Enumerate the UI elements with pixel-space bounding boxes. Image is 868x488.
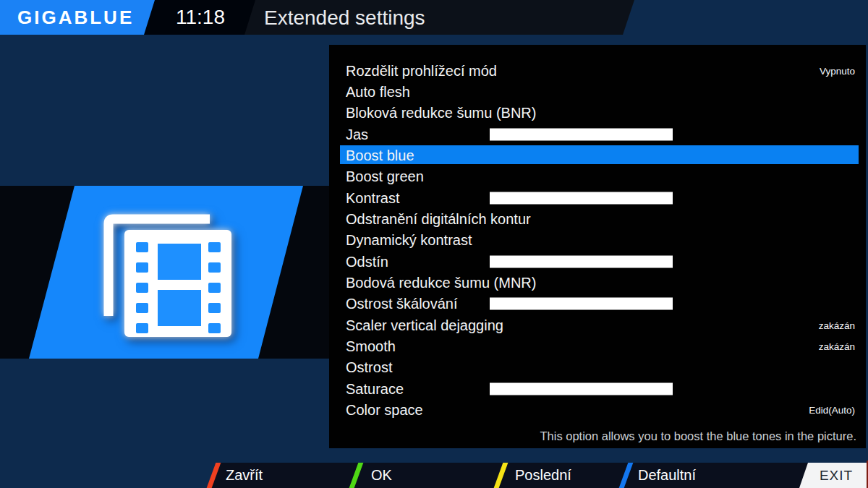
hue-slider[interactable]: [490, 255, 673, 267]
scaler-sharpness-slider[interactable]: [490, 298, 673, 310]
setting-value: Vypnuto: [820, 65, 855, 76]
gigablue-logo-text: GIGABLUE: [17, 0, 134, 35]
contrast-slider[interactable]: [490, 192, 673, 204]
setting-label: Boost green: [346, 168, 424, 185]
setting-description: This option allows you to boost the blue…: [540, 429, 856, 443]
settings-row-sharpness[interactable]: Ostrost: [329, 357, 866, 378]
settings-panel: Rozdělit prohlížecí mód Vypnuto Auto fle…: [329, 45, 866, 448]
settings-row-boost-blue[interactable]: Boost blue: [329, 145, 866, 166]
setting-label: Rozdělit prohlížecí mód: [346, 62, 497, 79]
settings-row-brightness[interactable]: Jas: [329, 124, 866, 145]
settings-row-dynamic-contrast[interactable]: Dynamický kontrast: [329, 230, 866, 251]
setting-label: Bloková redukce šumu (BNR): [346, 105, 536, 121]
selection-highlight: [340, 145, 859, 164]
setting-label: Jas: [346, 126, 368, 142]
setting-label: Odstranění digitálních kontur: [346, 211, 531, 228]
left-decoration-block: [0, 186, 329, 359]
settings-row-digital-contour-removal[interactable]: Odstranění digitálních kontur: [329, 208, 866, 229]
setting-label: Bodová redukce šumu (MNR): [346, 275, 536, 291]
setting-label: Odstín: [346, 253, 388, 270]
filmstrip-icon: [109, 219, 231, 337]
setting-label: Kontrast: [346, 189, 399, 206]
settings-row-bnr[interactable]: Bloková redukce šumu (BNR): [329, 103, 866, 124]
exit-button-label: EXIT: [820, 468, 853, 483]
settings-row-scaler-vertical-dejagging[interactable]: Scaler vertical dejagging zakázán: [329, 314, 866, 335]
setting-label: Ostrost: [346, 359, 392, 376]
footer-button-blue[interactable]: Defaultní: [638, 463, 696, 488]
setting-value: Edid(Auto): [809, 405, 855, 416]
extended-settings-screen: GIGABLUE 11:18 Extended settings: [0, 0, 868, 488]
saturation-slider[interactable]: [490, 382, 673, 395]
setting-label: Scaler vertical dejagging: [346, 317, 503, 333]
settings-row-auto-flesh[interactable]: Auto flesh: [329, 81, 866, 102]
setting-label: Ostrost škálování: [346, 296, 458, 312]
settings-list: Rozdělit prohlížecí mód Vypnuto Auto fle…: [329, 60, 866, 421]
setting-label: Boost blue: [346, 147, 414, 164]
setting-value: zakázán: [819, 341, 855, 352]
footer-button-red[interactable]: Zavřít: [226, 463, 263, 488]
settings-row-contrast[interactable]: Kontrast: [329, 187, 866, 208]
gigablue-logo: GIGABLUE: [0, 0, 155, 35]
setting-label: Saturace: [346, 380, 404, 397]
settings-row-scaler-sharpness[interactable]: Ostrost škálování: [329, 294, 866, 314]
settings-row-smooth[interactable]: Smooth zakázán: [329, 335, 866, 356]
setting-label: Auto flesh: [346, 84, 410, 100]
setting-label: Color space: [346, 402, 423, 419]
clock: 11:18: [155, 0, 246, 35]
settings-row-boost-green[interactable]: Boost green: [329, 166, 866, 187]
setting-label: Smooth: [346, 338, 396, 355]
page-title: Extended settings: [264, 0, 425, 35]
setting-value: zakázán: [819, 320, 855, 330]
settings-row-split-view-mode[interactable]: Rozdělit prohlížecí mód Vypnuto: [329, 60, 866, 81]
footer-button-green[interactable]: OK: [371, 463, 392, 488]
settings-row-color-space[interactable]: Color space Edid(Auto): [329, 400, 866, 421]
settings-row-hue[interactable]: Odstín: [329, 251, 866, 272]
setting-label: Dynamický kontrast: [346, 232, 472, 249]
brightness-slider[interactable]: [490, 128, 673, 140]
footer-button-yellow[interactable]: Poslední: [515, 463, 571, 488]
settings-row-saturation[interactable]: Saturace: [329, 378, 866, 399]
settings-row-mnr[interactable]: Bodová redukce šumu (MNR): [329, 272, 866, 293]
video-settings-emblem: [0, 186, 329, 359]
footer-bar: [0, 463, 868, 488]
